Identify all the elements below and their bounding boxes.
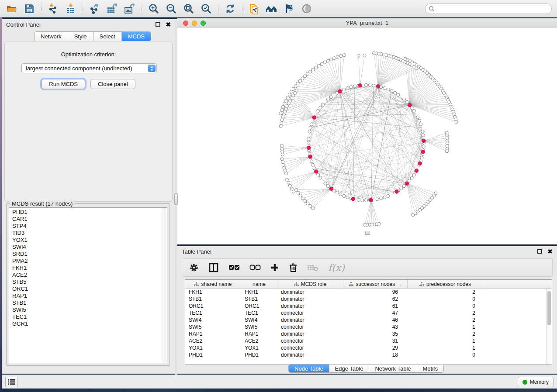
cell-successor-nodes[interactable]: 61 — [343, 303, 408, 309]
splitter-grip[interactable] — [174, 193, 178, 205]
delete-table-icon[interactable] — [307, 264, 318, 272]
mcds-result-item[interactable]: TID3 — [12, 230, 162, 237]
save-session-icon[interactable] — [23, 2, 36, 15]
hide-details-icon[interactable] — [283, 2, 296, 15]
mcds-result-item[interactable]: FKH1 — [12, 265, 162, 272]
table-row[interactable]: SWI4SWI4dominator462 — [185, 316, 552, 323]
cell-name[interactable]: SWI4 — [241, 316, 277, 323]
cell-successor-nodes[interactable]: 46 — [343, 316, 408, 323]
mcds-result-item[interactable]: SWI4 — [12, 244, 162, 251]
mcds-result-item[interactable]: STP4 — [12, 223, 162, 230]
column-header-shared-name[interactable]: shared name — [185, 280, 241, 288]
cell-MCDS-role[interactable]: dominator — [277, 296, 343, 303]
cell-name[interactable]: SWI5 — [241, 323, 277, 330]
column-header-successor-nodes[interactable]: successor nodes⌄ — [343, 280, 408, 288]
mcds-result-list[interactable]: PHD1CAR1STP4TID3YOX1SWI4SRD1PMA2FKH1ACE2… — [9, 207, 167, 363]
mcds-result-item[interactable]: ORC1 — [12, 285, 162, 292]
cell-successor-nodes[interactable]: 62 — [343, 296, 408, 303]
tab-style[interactable]: Style — [68, 32, 93, 41]
deselect-all-checks-icon[interactable] — [249, 265, 261, 271]
mcds-result-item[interactable]: RAP1 — [12, 292, 162, 299]
cell-successor-nodes[interactable]: 18 — [343, 351, 408, 358]
run-mcds-button[interactable]: Run MCDS — [42, 79, 85, 89]
network-canvas[interactable] — [177, 28, 557, 244]
mcds-result-item[interactable]: PMA2 — [12, 258, 162, 265]
tab-motifs[interactable]: Motifs — [417, 364, 444, 372]
tab-network[interactable]: Network — [35, 32, 68, 41]
cell-predecessor-nodes[interactable]: 2 — [408, 330, 483, 337]
cell-name[interactable]: RAP1 — [241, 330, 277, 337]
cell-name[interactable]: STB1 — [241, 296, 277, 303]
function-builder-icon[interactable]: f(x) — [328, 262, 345, 273]
table-row[interactable]: ORC1ORC1dominator610 — [185, 303, 552, 309]
close-panel-icon[interactable]: ✖ — [166, 21, 171, 28]
table-scrollbar-thumb[interactable] — [547, 291, 551, 325]
export-image-icon[interactable] — [123, 2, 136, 15]
network-window-titlebar[interactable]: YPA_prune.txt_1 — [177, 18, 557, 28]
table-row[interactable]: ACE2ACE2connector311 — [185, 337, 552, 344]
cell-name[interactable]: YOX1 — [241, 344, 277, 351]
import-network-icon[interactable] — [47, 2, 60, 15]
mcds-result-item[interactable]: TEC1 — [12, 313, 162, 320]
horizontal-splitter-grip[interactable] — [365, 231, 370, 235]
cell-successor-nodes[interactable]: 96 — [343, 289, 408, 296]
select-all-checks-icon[interactable] — [228, 265, 240, 271]
cell-predecessor-nodes[interactable]: 1 — [408, 323, 483, 330]
cell-shared-name[interactable]: STB1 — [185, 296, 241, 303]
cell-shared-name[interactable]: FKH1 — [185, 289, 241, 296]
column-header-predecessor-nodes[interactable]: predecessor nodes — [408, 280, 483, 288]
cell-name[interactable]: PHD1 — [241, 351, 277, 358]
cell-predecessor-nodes[interactable]: 2 — [408, 309, 483, 316]
cell-shared-name[interactable]: SWI4 — [185, 316, 241, 323]
close-panel-button[interactable]: Close panel — [90, 79, 135, 89]
table-row[interactable]: SWI5SWI5connector431 — [185, 323, 552, 330]
network-overview-icon[interactable] — [265, 2, 278, 15]
mcds-result-item[interactable]: CAR1 — [12, 216, 162, 223]
table-row[interactable]: FKH1FKH1dominator962 — [185, 289, 552, 296]
zoom-out-icon[interactable] — [165, 2, 178, 15]
cell-predecessor-nodes[interactable]: 2 — [408, 289, 483, 296]
table-row[interactable]: STB1STB1dominator620 — [185, 296, 552, 303]
cell-predecessor-nodes[interactable]: 0 — [408, 296, 483, 303]
cell-successor-nodes[interactable]: 43 — [343, 323, 408, 330]
table-row[interactable]: PHD1PHD1dominator180 — [185, 351, 552, 358]
cell-MCDS-role[interactable]: dominator — [277, 289, 343, 296]
tab-edge-table[interactable]: Edge Table — [329, 364, 370, 372]
cell-successor-nodes[interactable]: 47 — [343, 309, 408, 316]
mcds-result-item[interactable]: SRD1 — [12, 251, 162, 258]
tab-select[interactable]: Select — [93, 32, 122, 41]
mcds-list-scrollbar[interactable] — [162, 208, 167, 363]
cell-successor-nodes[interactable]: 31 — [343, 337, 408, 344]
minimize-window-icon[interactable] — [192, 21, 197, 26]
table-settings-icon[interactable] — [189, 263, 199, 272]
cell-name[interactable]: ORC1 — [241, 303, 277, 309]
cell-shared-name[interactable]: YOX1 — [185, 344, 241, 351]
share-document-icon[interactable] — [248, 2, 261, 15]
cell-successor-nodes[interactable]: 35 — [343, 330, 408, 337]
cell-predecessor-nodes[interactable]: 1 — [408, 344, 483, 351]
show-details-icon[interactable] — [300, 2, 313, 15]
mcds-result-item[interactable]: PHD1 — [12, 209, 162, 216]
cell-name[interactable]: FKH1 — [241, 289, 277, 296]
mcds-result-item[interactable]: SWI5 — [12, 306, 162, 313]
cell-MCDS-role[interactable]: dominator — [277, 330, 343, 337]
mcds-result-item[interactable]: ACE2 — [12, 272, 162, 279]
add-column-icon[interactable] — [270, 263, 279, 272]
open-file-icon[interactable] — [5, 2, 18, 15]
mcds-result-item[interactable]: YOX1 — [12, 237, 162, 244]
table-row[interactable]: RAP1RAP1dominator352 — [185, 330, 552, 337]
split-columns-icon[interactable] — [208, 263, 219, 272]
table-row[interactable]: TEC1TEC1connector472 — [185, 309, 552, 316]
mcds-result-item[interactable]: STB1 — [12, 299, 162, 306]
maximize-window-icon[interactable] — [201, 21, 206, 26]
criterion-dropdown[interactable]: largest connected component (undirected)… — [21, 63, 157, 73]
close-window-icon[interactable] — [183, 21, 188, 26]
cell-MCDS-role[interactable]: connector — [277, 323, 343, 330]
tab-network-table[interactable]: Network Table — [369, 364, 417, 372]
cell-shared-name[interactable]: ACE2 — [185, 337, 241, 344]
cell-name[interactable]: TEC1 — [241, 309, 277, 316]
column-header-MCDS-role[interactable]: MCDS role — [277, 280, 343, 288]
tab-node-table[interactable]: Node Table — [289, 364, 329, 372]
cell-MCDS-role[interactable]: connector — [277, 337, 343, 344]
close-table-panel-icon[interactable]: ✖ — [547, 248, 553, 254]
